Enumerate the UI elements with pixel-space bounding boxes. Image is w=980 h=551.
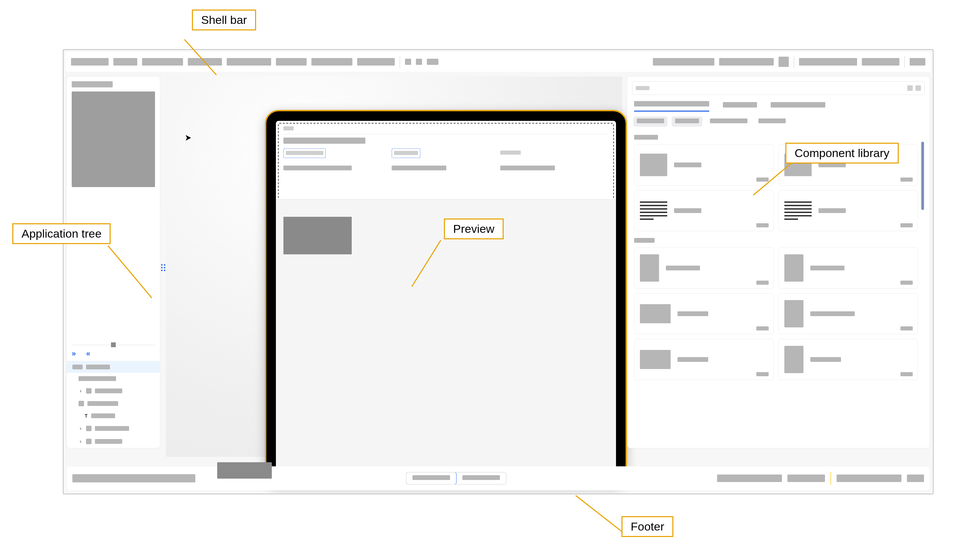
search-icon [907,85,913,91]
component-search-input[interactable] [632,81,925,95]
shellbar-divider [904,56,905,68]
app-frame: » « › T › [63,49,934,494]
footer-bar [67,466,929,490]
preview-header-facets [276,147,616,177]
application-tree-panel: » « › T › [67,76,160,448]
shellbar-item[interactable] [276,58,307,65]
tree-node-root[interactable] [67,361,160,373]
shellbar-item[interactable] [142,58,183,65]
preview-placeholder-block[interactable] [283,217,352,254]
component-card[interactable] [778,190,918,231]
panel-resize-handle[interactable] [161,264,167,272]
library-filter-chips [632,112,925,129]
shellbar-item[interactable] [862,58,899,65]
callout-line [575,495,625,534]
step-marker[interactable] [111,342,116,347]
component-glyph [784,254,803,282]
filter-icon[interactable] [915,85,921,91]
shellbar-icon[interactable] [427,59,438,65]
component-card[interactable] [634,144,774,185]
tree-node[interactable]: › [67,384,160,397]
component-card[interactable] [634,190,774,231]
expand-all-icon[interactable]: » [72,350,76,357]
shellbar-item[interactable] [312,58,352,65]
shellbar-item[interactable] [357,58,395,65]
filter-chip[interactable] [755,116,789,127]
view-mode-segmented [406,472,506,484]
shellbar-icon[interactable] [778,57,789,67]
page-thumbnail[interactable] [72,92,155,187]
tree: › T › › [67,361,160,448]
footer-status [72,474,195,483]
text-block-glyph [640,199,667,222]
scrollbar-thumb[interactable] [921,142,924,210]
component-glyph [784,346,803,373]
component-glyph [640,304,671,323]
shellbar-icon[interactable] [405,59,411,65]
library-tab[interactable] [723,102,757,112]
shellbar-item[interactable] [719,58,774,65]
component-glyph [640,350,671,369]
preview-canvas[interactable] [166,76,622,457]
collapse-all-icon[interactable]: « [86,350,90,357]
callout-preview: Preview [444,219,504,239]
step-rail [72,343,155,346]
segment-option[interactable] [456,473,506,484]
preview-title [283,138,365,144]
chevron-right-icon[interactable]: › [78,438,83,445]
preview-viewport[interactable] [276,121,616,475]
shellbar-item[interactable] [227,58,271,65]
shellbar-item[interactable] [113,58,137,65]
component-card[interactable] [778,293,918,334]
component-card[interactable] [634,339,774,380]
chevron-right-icon[interactable]: › [78,388,83,394]
footer-item[interactable] [717,475,782,482]
library-tab[interactable] [771,102,825,112]
component-card[interactable] [778,339,918,380]
tree-node[interactable]: › [67,422,160,435]
filter-chip[interactable] [706,116,751,127]
library-section-title [634,238,655,243]
tree-node[interactable]: T [67,410,160,422]
shell-bar [65,52,931,72]
callout-shell-bar: Shell bar [192,10,256,30]
preview-breadcrumb[interactable] [283,126,294,130]
facet-label [500,151,521,155]
component-glyph [640,254,659,282]
component-library-panel [627,76,929,448]
shellbar-divider [794,56,794,68]
preview-body[interactable] [276,199,616,475]
tree-node[interactable] [67,397,160,410]
filter-chip[interactable] [633,116,668,127]
chevron-right-icon[interactable]: › [78,426,83,432]
tree-node[interactable] [67,373,160,384]
tablet-device-frame [265,110,627,486]
shellbar-divider [399,56,400,68]
component-card[interactable] [634,248,774,289]
facet-value [283,165,352,170]
component-card[interactable] [634,293,774,334]
callout-component-library: Component library [785,143,899,164]
selected-facet[interactable] [283,149,326,158]
library-tab[interactable] [634,101,709,112]
segment-option[interactable] [406,472,457,484]
footer-item[interactable] [837,475,902,482]
component-card[interactable] [778,248,918,289]
footer-drag-block[interactable] [217,462,272,479]
shellbar-item[interactable] [71,58,108,65]
shellbar-item[interactable] [799,58,857,65]
facet-value [500,165,555,170]
facet-value [392,165,446,170]
footer-item[interactable] [907,475,924,482]
shellbar-item[interactable] [910,58,925,65]
text-block-glyph [784,199,812,222]
selected-facet[interactable] [392,149,420,158]
tree-node[interactable]: › [67,435,160,448]
shellbar-icon[interactable] [416,59,422,65]
filter-chip[interactable] [672,116,702,127]
preview-object-header [276,121,616,144]
component-glyph [640,154,667,176]
shellbar-item[interactable] [653,58,714,65]
footer-item[interactable] [788,475,825,482]
library-scroll-area[interactable] [632,132,925,443]
